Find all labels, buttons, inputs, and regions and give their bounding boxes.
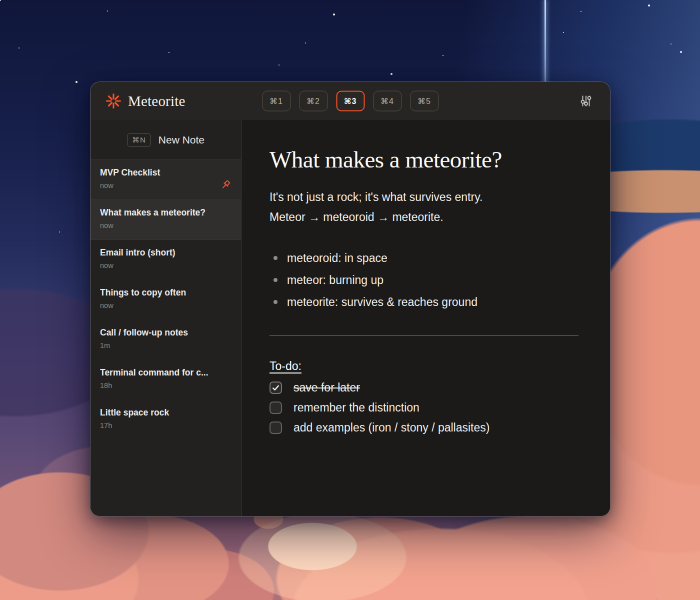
note-title: Things to copy often <box>100 288 232 298</box>
settings-button[interactable] <box>577 92 595 110</box>
checkbox-checked[interactable] <box>270 382 282 394</box>
note-editor[interactable]: What makes a meteorite? It's not just a … <box>242 120 610 516</box>
note-title: Little space rock <box>100 408 232 418</box>
bullet-item: meteoroid: in space <box>270 247 578 269</box>
todo-list: save for later remember the distinction … <box>270 381 578 434</box>
todo-item-remember-distinction: remember the distinction <box>270 401 578 414</box>
note-heading: What makes a meteorite? <box>270 146 578 173</box>
note-title: What makes a meteorite? <box>100 208 232 218</box>
paragraph-line: It's not just a rock; it's what survives… <box>270 187 578 207</box>
bullet-text: meteorite: survives & reaches ground <box>287 296 478 309</box>
new-note-shortcut-badge: ⌘N <box>127 133 151 147</box>
checkmark-icon <box>272 384 280 392</box>
todo-item-add-examples: add examples (iron / stony / pallasites) <box>270 421 578 434</box>
divider <box>270 336 578 336</box>
note-time: now <box>100 182 220 190</box>
workspace-tabs: ⌘1 ⌘2 ⌘3 ⌘4 ⌘5 <box>262 91 438 112</box>
tab-cmd3[interactable]: ⌘3 <box>336 91 364 112</box>
bullet-dot <box>274 256 278 260</box>
todo-label: add examples (iron / stony / pallasites) <box>294 421 490 434</box>
list-item-mvp-checklist[interactable]: MVP Checklist now <box>90 160 241 200</box>
list-item-call-follow-up[interactable]: Call / follow-up notes 1m <box>90 320 241 360</box>
bullet-item: meteor: burning up <box>270 269 578 291</box>
tab-cmd5[interactable]: ⌘5 <box>410 91 438 112</box>
list-item-email-intro[interactable]: Email intro (short) now <box>90 240 241 280</box>
list-item-what-makes-a-meteorite[interactable]: What makes a meteorite? now <box>90 200 241 240</box>
list-item-terminal-command[interactable]: Terminal command for c... 18h <box>90 360 241 400</box>
app-brand: Meteorite <box>106 93 186 110</box>
note-time: 17h <box>100 422 232 430</box>
todo-label: save for later <box>294 381 360 394</box>
note-time: now <box>100 222 232 230</box>
note-time: now <box>100 302 232 310</box>
paragraph-line: Meteor → meteoroid → meteorite. <box>270 207 578 227</box>
note-title: Email intro (short) <box>100 248 232 258</box>
new-note-button[interactable]: ⌘N New Note <box>90 120 241 160</box>
checkbox-unchecked[interactable] <box>270 402 282 414</box>
note-time: now <box>100 262 232 270</box>
new-note-label: New Note <box>158 134 204 146</box>
checkbox-unchecked[interactable] <box>270 422 282 434</box>
sidebar: ⌘N New Note MVP Checklist now <box>90 120 242 516</box>
list-item-things-to-copy[interactable]: Things to copy often now <box>90 280 241 320</box>
note-time: 18h <box>100 382 232 390</box>
bullet-text: meteor: burning up <box>287 274 384 287</box>
bullet-list: meteoroid: in space meteor: burning up m… <box>270 247 578 313</box>
list-item-little-space-rock[interactable]: Little space rock 17h <box>90 400 241 440</box>
pushpin-icon <box>220 179 232 191</box>
asterisk-logo-icon <box>106 93 122 109</box>
app-title: Meteorite <box>128 93 186 110</box>
note-title: MVP Checklist <box>100 168 220 178</box>
tab-cmd4[interactable]: ⌘4 <box>373 91 402 112</box>
todo-heading: To-do: <box>270 360 578 373</box>
note-title: Call / follow-up notes <box>100 328 232 338</box>
sliders-icon <box>580 94 592 108</box>
todo-label: remember the distinction <box>294 401 420 414</box>
bullet-item: meteorite: survives & reaches ground <box>270 291 578 313</box>
titlebar: Meteorite ⌘1 ⌘2 ⌘3 ⌘4 ⌘5 <box>90 82 610 120</box>
tab-cmd1[interactable]: ⌘1 <box>262 91 290 112</box>
note-paragraph: It's not just a rock; it's what survives… <box>270 187 578 227</box>
tab-cmd2[interactable]: ⌘2 <box>299 91 328 112</box>
todo-item-save-for-later: save for later <box>270 381 578 394</box>
bullet-dot <box>274 278 278 282</box>
note-time: 1m <box>100 342 232 350</box>
note-title: Terminal command for c... <box>100 368 232 378</box>
bullet-dot <box>274 300 278 304</box>
app-window: Meteorite ⌘1 ⌘2 ⌘3 ⌘4 ⌘5 ⌘N <box>90 82 610 516</box>
bullet-text: meteoroid: in space <box>287 252 388 265</box>
